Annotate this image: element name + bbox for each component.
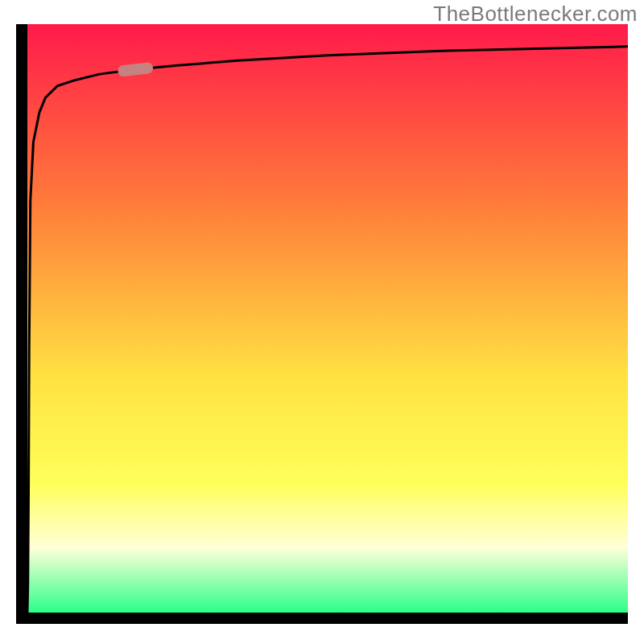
x-axis (16, 613, 628, 624)
plot-area (27, 24, 628, 613)
chart-container: TheBottlenecker.com (0, 0, 644, 644)
chart-svg (27, 24, 628, 613)
y-axis (16, 24, 27, 624)
watermark-text: TheBottlenecker.com (433, 2, 638, 27)
gradient-background (27, 24, 628, 613)
